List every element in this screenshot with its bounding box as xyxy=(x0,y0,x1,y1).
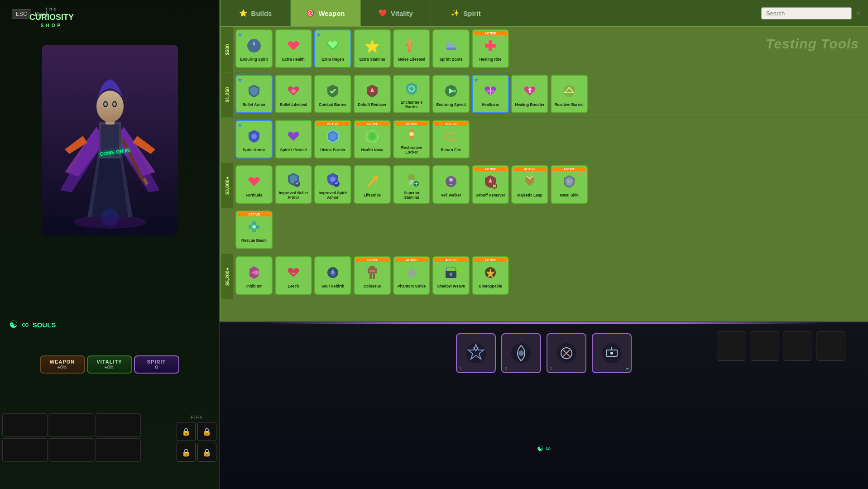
item-healbane[interactable]: ★ Healbane xyxy=(472,75,509,113)
item-return-fire[interactable]: ACTIVE Return Fire xyxy=(432,120,470,158)
tab-builds[interactable]: ⭐ Builds xyxy=(221,0,291,26)
health-nova-icon xyxy=(364,128,380,144)
item-divine-barrier[interactable]: ACTIVE Divine Barrier xyxy=(314,120,351,158)
leech-icon xyxy=(285,264,302,281)
tab-spirit[interactable]: ✨ Spirit xyxy=(431,0,501,26)
healbane-name: Healbane xyxy=(482,102,499,107)
ability-slot-2[interactable]: 2 xyxy=(501,333,541,373)
tab-vitality[interactable]: ❤️ Vitality xyxy=(361,0,431,26)
extra-regen-name: Extra Regen xyxy=(321,57,344,62)
shadow-weave-name: Shadow Weave xyxy=(437,284,465,288)
item-shadow-weave[interactable]: ACTIVE Shadow Weave xyxy=(432,256,470,295)
rescue-beam-name: Rescue Beam xyxy=(241,238,267,243)
item-melee-lifesteal[interactable]: Melee Lifesteal xyxy=(393,29,430,68)
bullet-armor-name: Bullet Armor xyxy=(242,102,265,107)
bullet-lifesteal-icon-area xyxy=(283,81,303,101)
tier-500: $500 ★ Enduring Spirit xyxy=(221,27,868,72)
item-enduring-speed[interactable]: Enduring Speed xyxy=(432,75,470,113)
item-sprint-boots[interactable]: Sprint Boots xyxy=(432,29,470,68)
item-healing-rite[interactable]: ACTIVE Healing Rite xyxy=(472,29,509,68)
divine-barrier-icon-area xyxy=(323,126,343,146)
item-health-nova[interactable]: ACTIVE Health Nova xyxy=(354,120,391,158)
svg-marker-12 xyxy=(365,39,379,53)
majestic-leap-icon xyxy=(522,173,538,190)
item-inhibitor[interactable]: Inhibitor xyxy=(235,256,273,295)
tab-weapon[interactable]: 🎯 Weapon xyxy=(291,0,361,26)
item-restorative-locket[interactable]: ACTIVE Restorative Locket xyxy=(393,120,430,158)
item-veil-walker[interactable]: Veil Walker xyxy=(432,165,470,204)
item-extra-stamina[interactable]: Extra Stamina xyxy=(354,29,391,68)
svg-point-21 xyxy=(453,90,456,92)
builds-icon: ⭐ xyxy=(239,9,248,17)
item-enduring-spirit[interactable]: ★ Enduring Spirit xyxy=(235,29,273,68)
tier-1250-a: $1,250 ★ Bullet Armor xyxy=(221,72,868,118)
search-close-icon[interactable]: ✕ xyxy=(855,9,861,18)
return-fire-icon xyxy=(443,128,459,144)
item-spirit-armor[interactable]: ★ Spirit Armor xyxy=(235,120,273,158)
price-500: $500 xyxy=(221,27,233,72)
item-bullet-armor[interactable]: ★ Bullet Armor xyxy=(235,75,273,113)
item-debuff-reducer[interactable]: Debuff Reducer xyxy=(354,75,391,113)
tier-6200-items: Inhibitor Leech xyxy=(233,254,868,299)
item-slot-6 xyxy=(96,438,141,462)
soul-rebirth-icon-area xyxy=(323,263,343,283)
character-display xyxy=(0,45,220,235)
esc-button[interactable]: ESC xyxy=(12,9,31,19)
weapon-label: Weapon xyxy=(318,10,345,17)
ability-slot-3[interactable]: 3 xyxy=(547,333,586,373)
item-superior-stamina[interactable]: Superior Stamina xyxy=(393,165,430,204)
star-icon-extra-regen: ★ xyxy=(316,31,321,38)
rescue-beam-icon xyxy=(246,219,262,235)
tier-1250-b-items: ★ Spirit Armor Spiri xyxy=(233,118,868,163)
item-spirit-lifesteal[interactable]: Spirit Lifesteal xyxy=(275,120,312,158)
improved-bullet-armor-icon-area xyxy=(283,169,303,189)
combat-barrier-icon-area xyxy=(323,81,343,101)
item-combat-barrier[interactable]: Combat Barrier xyxy=(314,75,351,113)
souls-icon-left: ☯ xyxy=(9,319,18,331)
slot-2-number: 2 xyxy=(505,366,507,371)
item-soul-rebirth[interactable]: Soul Rebirth xyxy=(314,256,351,295)
item-unstoppable[interactable]: ACTIVE Unstoppable xyxy=(472,256,509,295)
item-extra-regen[interactable]: ★ Extra Regen xyxy=(314,29,351,68)
ability-slot-4[interactable]: 4 ∞ xyxy=(592,333,632,373)
spirit-armor-icon xyxy=(246,128,262,144)
spirit-lifesteal-icon-area xyxy=(283,126,303,146)
item-rescue-beam[interactable]: ACTIVE Rescue Beam xyxy=(235,211,273,249)
item-metal-skin[interactable]: ACTIVE Metal Skin xyxy=(551,165,588,204)
healing-rite-active-badge: ACTIVE xyxy=(474,31,507,35)
item-healing-booster[interactable]: Healing Booster xyxy=(511,75,548,113)
item-bullet-lifesteal[interactable]: Bullet Lifesteal xyxy=(275,75,312,113)
item-improved-spirit-armor[interactable]: Improved Spirit Armor xyxy=(314,165,351,204)
tier-1250-b: $1,250 ★ Spirit Armor xyxy=(221,118,868,163)
souls-icon-right: ∞ xyxy=(22,319,29,331)
price-3000: $3,000+ xyxy=(221,163,233,208)
item-lifestrike[interactable]: Lifestrike xyxy=(354,165,391,204)
sprint-boots-icon-area xyxy=(441,36,461,56)
tier-3000-items-row2: ACTIVE Rescue Beam xyxy=(233,208,868,254)
item-fortitude[interactable]: Fortitude xyxy=(235,165,273,204)
item-reactive-barrier[interactable]: Reactive Barrier xyxy=(551,75,588,113)
spirit-armor-icon-area xyxy=(244,126,264,146)
svg-point-40 xyxy=(449,178,453,182)
item-majestic-leap[interactable]: ACTIVE Majestic Leap xyxy=(511,165,548,204)
item-improved-bullet-armor[interactable]: Improved Bullet Armor xyxy=(275,165,312,204)
healing-booster-icon xyxy=(522,83,538,99)
search-input[interactable] xyxy=(761,7,852,19)
healing-rite-icon-area xyxy=(480,36,500,56)
ability-slot-1[interactable]: 1 xyxy=(456,333,496,373)
spirit-icon: ✨ xyxy=(451,9,460,17)
superior-stamina-icon xyxy=(403,171,420,187)
spirit-lifesteal-icon xyxy=(285,128,302,144)
item-leech[interactable]: Leech xyxy=(275,256,312,295)
metal-skin-icon-area xyxy=(559,172,579,192)
item-slot-3 xyxy=(96,413,141,437)
item-enchanters-barrier[interactable]: Enchanter's Barrier xyxy=(393,75,430,113)
weapon-stat-label: WEAPON xyxy=(44,359,81,364)
stats-row: WEAPON +0% VITALITY +0% SPIRIT 0 xyxy=(2,355,216,374)
extra-health-icon xyxy=(285,38,302,54)
item-debuff-remover[interactable]: ACTIVE Debuff Remover xyxy=(472,165,509,204)
item-phantom-strike[interactable]: ACTIVE Phantom Strike xyxy=(393,256,430,295)
item-colossus[interactable]: ACTIVE Colossus xyxy=(354,256,391,295)
tab-bar: ⭐ Builds 🎯 Weapon ❤️ Vitality ✨ Spirit ✕ xyxy=(221,0,868,27)
item-extra-health[interactable]: Extra Health xyxy=(275,29,312,68)
